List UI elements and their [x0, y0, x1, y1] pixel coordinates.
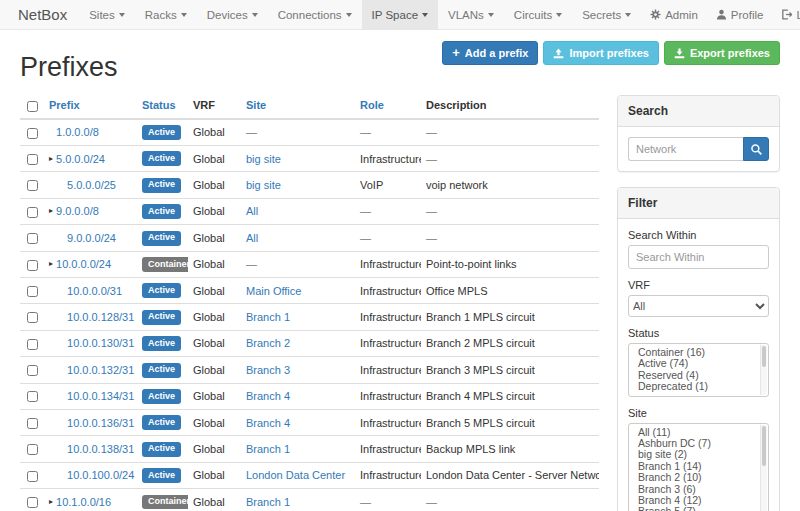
- description-cell: Branch 5 MPLS circuit: [421, 409, 599, 435]
- sort-header-status[interactable]: Status: [142, 99, 176, 111]
- description-cell: Office MPLS: [421, 277, 599, 303]
- prefix-link[interactable]: 1.0.0.0/8: [56, 126, 99, 138]
- scrollbar[interactable]: [760, 425, 767, 511]
- nav-item-devices[interactable]: Devices: [197, 0, 268, 29]
- nav-item-label: VLANs: [448, 9, 484, 21]
- prefix-link[interactable]: 9.0.0.0/8: [56, 205, 99, 217]
- row-checkbox[interactable]: [27, 391, 38, 402]
- prefix-link[interactable]: 10.0.100.0/24: [67, 469, 134, 481]
- prefix-link[interactable]: 10.0.0.138/31: [67, 443, 134, 455]
- filter-option[interactable]: Deprecated (1): [629, 381, 768, 392]
- row-checkbox[interactable]: [27, 286, 38, 297]
- filter-option[interactable]: Branch 3 (6): [629, 484, 768, 495]
- select-all-checkbox[interactable]: [27, 101, 38, 112]
- site-link[interactable]: Branch 4: [246, 417, 290, 429]
- filter-option[interactable]: Ashburn DC (7): [629, 438, 768, 449]
- prefix-link[interactable]: 10.0.0.136/31: [67, 417, 134, 429]
- nav-item-sites[interactable]: Sites: [79, 0, 135, 29]
- site-link[interactable]: Branch 4: [246, 390, 290, 402]
- row-checkbox[interactable]: [27, 180, 38, 191]
- import-prefixes-button[interactable]: Import prefixes: [543, 41, 658, 65]
- search-icon: [750, 143, 763, 156]
- row-checkbox[interactable]: [27, 260, 38, 271]
- row-checkbox[interactable]: [27, 312, 38, 323]
- filter-option[interactable]: Reserved (4): [629, 370, 768, 381]
- table-row: ▸ 10.0.0.128/31 Active Global Branch 1 I…: [20, 304, 599, 330]
- row-checkbox[interactable]: [27, 444, 38, 455]
- expand-caret-icon: ▸: [49, 260, 53, 268]
- sort-header-site[interactable]: Site: [246, 99, 266, 111]
- filter-option[interactable]: All (11): [629, 427, 768, 438]
- row-checkbox[interactable]: [27, 128, 38, 139]
- nav-item-racks[interactable]: Racks: [135, 0, 197, 29]
- prefix-link[interactable]: 10.0.0.134/31: [67, 390, 134, 402]
- search-input[interactable]: [628, 137, 743, 161]
- nav-item-connections[interactable]: Connections: [268, 0, 362, 29]
- prefix-link[interactable]: 10.1.0.0/16: [56, 496, 111, 508]
- filter-option[interactable]: Branch 2 (10): [629, 472, 768, 483]
- row-checkbox[interactable]: [27, 207, 38, 218]
- profile-link[interactable]: Profile: [707, 0, 773, 29]
- filter-option[interactable]: Branch 4 (12): [629, 495, 768, 506]
- row-checkbox[interactable]: [27, 471, 38, 482]
- nav-item-label: Secrets: [582, 9, 621, 21]
- row-checkbox[interactable]: [27, 154, 38, 165]
- status-listbox[interactable]: Container (16)Active (74)Reserved (4)Dep…: [628, 343, 769, 397]
- row-checkbox[interactable]: [27, 418, 38, 429]
- site-link[interactable]: big site: [246, 153, 281, 165]
- logout-link[interactable]: Log out: [772, 0, 800, 29]
- nav-item-vlans[interactable]: VLANs: [438, 0, 504, 29]
- export-prefixes-button[interactable]: Export prefixes: [664, 41, 780, 65]
- chevron-down-icon: [119, 13, 125, 17]
- site-link[interactable]: Branch 1: [246, 311, 290, 323]
- prefix-link[interactable]: 10.0.0.0/31: [67, 285, 122, 297]
- nav-item-ip-space[interactable]: IP Space: [362, 0, 438, 29]
- nav-item-label: Circuits: [514, 9, 552, 21]
- prefix-link[interactable]: 10.0.0.132/31: [67, 364, 134, 376]
- prefix-link[interactable]: 5.0.0.0/24: [56, 153, 105, 165]
- filter-option[interactable]: Active (74): [629, 358, 768, 369]
- row-checkbox[interactable]: [27, 365, 38, 376]
- site-link[interactable]: Main Office: [246, 285, 301, 297]
- nav-item-secrets[interactable]: Secrets: [572, 0, 641, 29]
- vrf-cell: Global: [188, 489, 241, 511]
- search-within-input[interactable]: [628, 245, 769, 269]
- site-link[interactable]: Branch 1: [246, 443, 290, 455]
- filter-option[interactable]: big site (2): [629, 449, 768, 460]
- add-prefix-button[interactable]: + Add a prefix: [442, 41, 538, 65]
- prefix-link[interactable]: 10.0.0.128/31: [67, 311, 134, 323]
- row-checkbox[interactable]: [27, 233, 38, 244]
- filter-option[interactable]: Branch 1 (14): [629, 461, 768, 472]
- prefix-link[interactable]: 10.0.0.130/31: [67, 337, 134, 349]
- admin-link[interactable]: Admin: [641, 0, 707, 29]
- row-checkbox[interactable]: [27, 497, 38, 508]
- site-link[interactable]: All: [246, 205, 258, 217]
- site-link[interactable]: London Data Center: [246, 469, 345, 481]
- vrf-select[interactable]: All: [628, 295, 769, 317]
- brand-link[interactable]: NetBox: [6, 0, 79, 29]
- filter-option[interactable]: Container (16): [629, 347, 768, 358]
- site-link[interactable]: Branch 2: [246, 337, 290, 349]
- scrollbar[interactable]: [760, 345, 767, 395]
- vrf-cell: Global: [188, 119, 241, 146]
- sort-header-role[interactable]: Role: [360, 99, 384, 111]
- site-link[interactable]: All: [246, 232, 258, 244]
- filter-option[interactable]: Branch 5 (7): [629, 506, 768, 511]
- sort-header-prefix[interactable]: Prefix: [49, 99, 80, 111]
- prefix-link[interactable]: 9.0.0.0/24: [67, 232, 116, 244]
- site-link[interactable]: big site: [246, 179, 281, 191]
- role-cell: Infrastructure: [355, 383, 421, 409]
- site-listbox[interactable]: All (11)Ashburn DC (7)big site (2)Branch…: [628, 423, 769, 511]
- nav-item-circuits[interactable]: Circuits: [504, 0, 572, 29]
- role-cell: Infrastructure: [355, 357, 421, 383]
- search-button[interactable]: [743, 137, 769, 161]
- status-badge: Active: [142, 415, 181, 430]
- prefix-link[interactable]: 10.0.0.0/24: [56, 258, 111, 270]
- site-link[interactable]: Branch 3: [246, 364, 290, 376]
- status-badge: Active: [142, 283, 181, 298]
- row-checkbox[interactable]: [27, 339, 38, 350]
- site-link[interactable]: Branch 1: [246, 496, 290, 508]
- prefix-link[interactable]: 5.0.0.0/25: [67, 179, 116, 191]
- logout-icon: [781, 9, 792, 20]
- role-cell: Infrastructure: [355, 436, 421, 462]
